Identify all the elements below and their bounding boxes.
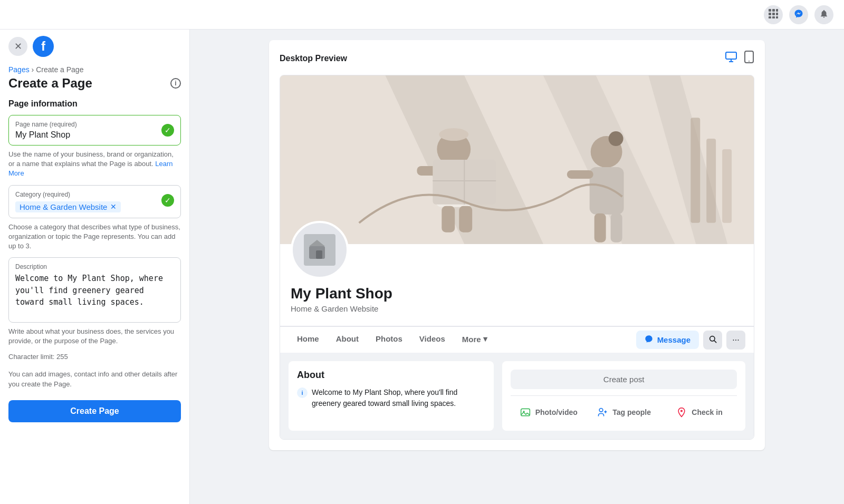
create-post-card: Create post Photo/video [502, 361, 745, 431]
svg-rect-6 [769, 16, 771, 18]
category-field: Category (required) Home & Garden Websit… [8, 185, 181, 218]
tag-people-action[interactable]: Tag people [586, 402, 661, 422]
mobile-icon[interactable] [744, 51, 754, 66]
close-button[interactable]: ✕ [8, 37, 27, 56]
photo-video-action[interactable]: Photo/video [511, 402, 586, 422]
svg-rect-4 [772, 13, 775, 15]
messenger-icon [794, 9, 803, 21]
svg-rect-43 [521, 409, 530, 415]
nav-actions: Message ··· [636, 331, 745, 350]
tag-people-icon [597, 406, 608, 418]
info-icon[interactable]: i [170, 78, 181, 89]
description-field: Description Welcome to My Plant Shop, wh… [8, 257, 181, 323]
tab-more[interactable]: More ▾ [454, 327, 496, 353]
close-icon: ✕ [14, 41, 22, 52]
fb-page-preview: My Plant Shop Home & Garden Website Home… [280, 75, 754, 440]
avatar-inner [304, 234, 335, 266]
page-name-label: Page name (required) [15, 121, 174, 128]
preview-panel: Desktop Preview [269, 40, 765, 450]
tab-videos[interactable]: Videos [411, 327, 454, 353]
svg-point-30 [609, 131, 624, 146]
main-layout: ✕ f Pages › Create a Page Create a Page … [0, 30, 844, 504]
preview-title: Desktop Preview [280, 54, 347, 63]
svg-point-45 [599, 409, 603, 412]
grid-icon [769, 9, 778, 21]
profile-section: My Plant Shop Home & Garden Website [280, 221, 754, 326]
svg-rect-37 [722, 149, 732, 223]
svg-rect-31 [590, 167, 624, 215]
preview-device-icons [725, 51, 754, 66]
svg-rect-35 [690, 118, 700, 223]
svg-rect-9 [726, 52, 736, 59]
category-remove-button[interactable]: ✕ [110, 202, 117, 211]
description-label: Description [15, 263, 174, 270]
svg-rect-5 [776, 13, 778, 15]
create-post-button-area[interactable]: Create post [511, 370, 737, 389]
category-tag: Home & Garden Website ✕ [15, 201, 121, 212]
svg-rect-1 [772, 9, 775, 12]
search-icon [708, 335, 717, 345]
messenger-btn-icon [645, 335, 653, 345]
svg-point-48 [680, 410, 683, 412]
tab-about[interactable]: About [328, 327, 367, 353]
svg-line-42 [714, 341, 716, 343]
profile-category: Home & Garden Website [291, 304, 743, 313]
about-card-title: About [297, 370, 485, 381]
bell-icon-button[interactable] [814, 5, 833, 24]
category-valid-icon: ✓ [161, 194, 174, 207]
char-limit: Character limit: 255 [8, 353, 181, 361]
category-label: Category (required) [15, 191, 174, 198]
desktop-icon[interactable] [725, 51, 737, 66]
right-content: Desktop Preview [190, 30, 844, 504]
svg-rect-40 [316, 250, 322, 259]
page-name-valid-icon: ✓ [161, 124, 174, 137]
left-sidebar: ✕ f Pages › Create a Page Create a Page … [0, 30, 190, 504]
ellipsis-icon: ··· [732, 335, 739, 345]
messenger-icon-button[interactable] [789, 5, 808, 24]
page-content: About i Welcome to My Plant Shop, where … [280, 353, 754, 439]
breadcrumb: Pages › Create a Page [8, 65, 181, 74]
sidebar-top-icons: ✕ f [8, 30, 181, 61]
top-nav-icons [764, 5, 833, 24]
svg-marker-39 [309, 240, 325, 246]
page-info-section-title: Page information [8, 99, 181, 109]
tab-photos[interactable]: Photos [367, 327, 411, 353]
top-nav [0, 0, 844, 30]
create-page-button[interactable]: Create Page [8, 400, 181, 422]
description-helper: Write about what your business does, the… [8, 327, 181, 346]
about-info-icon: i [297, 387, 308, 398]
svg-point-20 [439, 128, 468, 141]
tab-home[interactable]: Home [289, 327, 328, 353]
profile-avatar-wrap [291, 221, 743, 279]
page-title: Create a Page [8, 76, 92, 91]
check-in-icon [676, 406, 687, 418]
page-name-helper: Use the name of your business, brand or … [8, 150, 181, 179]
more-options-button[interactable]: ··· [726, 331, 745, 350]
search-button[interactable] [703, 331, 722, 350]
page-name-input[interactable] [15, 130, 158, 140]
bell-icon [819, 9, 829, 21]
check-in-action[interactable]: Check in [661, 402, 737, 422]
about-description: i Welcome to My Plant Shop, where you'll… [297, 387, 485, 409]
preview-header: Desktop Preview [280, 51, 754, 66]
facebook-logo: f [33, 36, 54, 57]
grid-icon-button[interactable] [764, 5, 783, 24]
page-title-heading: Create a Page i [8, 76, 181, 91]
message-button[interactable]: Message [636, 331, 699, 349]
cover-photo [280, 75, 754, 244]
about-card: About i Welcome to My Plant Shop, where … [289, 361, 494, 431]
profile-name: My Plant Shop [291, 285, 743, 302]
category-helper: Choose a category that describes what ty… [8, 222, 181, 251]
svg-rect-7 [772, 16, 775, 18]
chevron-down-icon: ▾ [483, 334, 487, 344]
page-name-field: Page name (required) ✓ [8, 115, 181, 146]
breadcrumb-pages-link[interactable]: Pages [8, 65, 30, 74]
post-actions: Photo/video Tag people [511, 395, 737, 422]
nav-tabs: Home About Photos Videos More [289, 327, 496, 353]
svg-rect-0 [769, 9, 771, 12]
svg-rect-32 [567, 170, 593, 179]
svg-rect-3 [769, 13, 771, 15]
page-nav: Home About Photos Videos More [280, 326, 754, 353]
description-input[interactable]: Welcome to My Plant Shop, where you'll f… [15, 273, 174, 315]
profile-avatar [291, 221, 349, 279]
